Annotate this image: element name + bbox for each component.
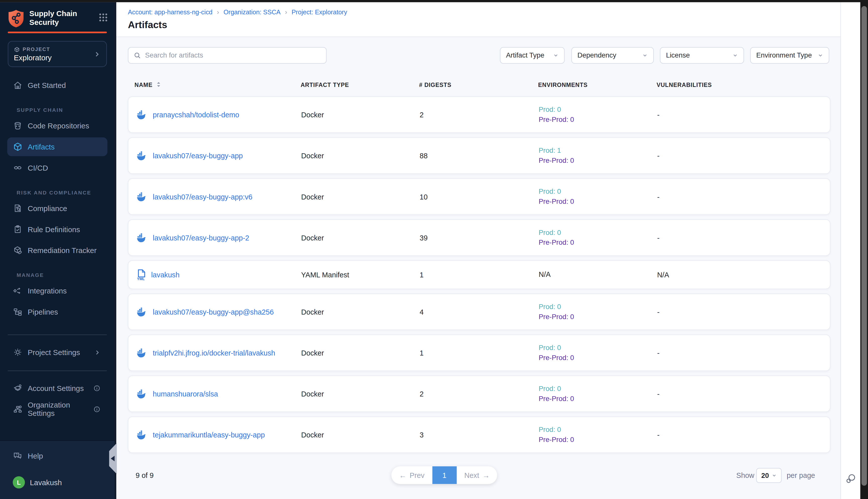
- search-input[interactable]: Search for artifacts: [128, 47, 326, 63]
- artifact-table: pranaycshah/todolist-demoDocker2Prod: 0P…: [128, 97, 830, 458]
- artifact-type-cell: Docker: [301, 431, 420, 439]
- environments-cell: Prod: 0Pre-Prod: 0: [539, 228, 657, 247]
- vulnerabilities-cell: -: [657, 349, 830, 357]
- chevron-down-icon: [818, 52, 823, 58]
- preprod-count-link[interactable]: Pre-Prod: 0: [539, 394, 657, 404]
- sidebar-item-compliance[interactable]: Compliance: [7, 199, 108, 218]
- artifact-name-link[interactable]: pranaycshah/todolist-demo: [153, 111, 239, 119]
- table-row[interactable]: lavakush07/easy-buggy-app-2Docker39Prod:…: [128, 219, 830, 256]
- org-gear-icon: [13, 404, 23, 414]
- column-header-name[interactable]: NAME: [128, 81, 301, 88]
- divider: [8, 370, 107, 371]
- artifact-name-link[interactable]: lavakush: [151, 271, 179, 279]
- table-row[interactable]: lavakush07/easy-buggy-appDocker88Prod: 1…: [128, 137, 830, 174]
- table-row[interactable]: humanshuarora/slsaDocker2Prod: 0Pre-Prod…: [128, 375, 830, 412]
- sidebar-item-artifacts[interactable]: Artifacts: [7, 137, 108, 156]
- preprod-count-link[interactable]: Pre-Prod: 0: [539, 156, 657, 166]
- table-row[interactable]: lavakush07/easy-buggy-app:v6Docker10Prod…: [128, 179, 830, 215]
- preprod-count-link[interactable]: Pre-Prod: 0: [539, 238, 657, 248]
- sidebar-item-integrations[interactable]: Integrations: [7, 281, 108, 300]
- artifact-type-cell: Docker: [301, 349, 420, 357]
- table-row[interactable]: YMLlavakushYAML Manifest1N/AN/A: [128, 260, 830, 289]
- preprod-count-link[interactable]: Pre-Prod: 0: [539, 353, 657, 363]
- breadcrumb-separator: ›: [285, 8, 287, 16]
- artifact-type-cell: Docker: [301, 307, 420, 316]
- sidebar-item-help[interactable]: ? Help: [7, 447, 108, 465]
- sidebar-section-label: RISK AND COMPLIANCE: [16, 190, 114, 195]
- user-menu[interactable]: L Lavakush: [7, 473, 108, 492]
- sort-icon[interactable]: [155, 81, 161, 88]
- preprod-count-link[interactable]: Pre-Prod: 0: [539, 435, 657, 445]
- sidebar-item-organization-settings[interactable]: Organization Settings: [7, 400, 108, 418]
- prev-page-button[interactable]: ← Prev: [391, 466, 432, 484]
- project-cube-icon: [14, 46, 20, 52]
- sidebar-item-rule-definitions[interactable]: Rule Definitions: [7, 220, 108, 239]
- table-row[interactable]: pranaycshah/todolist-demoDocker2Prod: 0P…: [128, 97, 830, 133]
- breadcrumb-account-link[interactable]: Account: app-harness-ng-cicd: [128, 9, 212, 15]
- artifact-type-cell: Docker: [301, 193, 420, 201]
- vulnerabilities-cell: -: [657, 431, 830, 439]
- prod-count-link[interactable]: Prod: 0: [539, 105, 657, 115]
- table-row[interactable]: trialpfv2hi.jfrog.io/docker-trial/lavaku…: [128, 334, 830, 371]
- next-page-button[interactable]: Next →: [457, 466, 498, 484]
- artifact-name-link[interactable]: lavakush07/easy-buggy-app@sha256: [153, 307, 274, 316]
- preprod-count-link[interactable]: Pre-Prod: 0: [539, 312, 657, 322]
- digest-count-cell: 39: [420, 233, 539, 242]
- table-row[interactable]: lavakush07/easy-buggy-app@sha256Docker4P…: [128, 293, 830, 330]
- prod-count-link[interactable]: Prod: 0: [539, 425, 657, 435]
- sidebar-item-label: Remediation Tracker: [28, 246, 97, 255]
- prod-count-link[interactable]: Prod: 0: [539, 187, 657, 197]
- artifact-name-link[interactable]: tejakummarikuntla/easy-buggy-app: [153, 431, 265, 439]
- artifact-name-link[interactable]: lavakush07/easy-buggy-app-2: [153, 233, 249, 242]
- vulnerabilities-cell: -: [657, 390, 830, 398]
- environments-cell: Prod: 0Pre-Prod: 0: [539, 187, 657, 207]
- sidebar-item-pipelines[interactable]: Pipelines: [7, 302, 108, 321]
- filter-environment-type[interactable]: Environment Type: [750, 47, 829, 63]
- page-1-button[interactable]: 1: [432, 466, 457, 484]
- module-grid-icon[interactable]: [98, 13, 108, 22]
- digest-count-cell: 2: [420, 390, 539, 398]
- sidebar-item-label: Project Settings: [28, 348, 80, 356]
- page-scrollbar[interactable]: [860, 0, 868, 499]
- prod-count-link[interactable]: Prod: 1: [539, 146, 657, 156]
- sidebar-item-label: Organization Settings: [28, 401, 88, 417]
- prod-count-link[interactable]: Prod: 0: [539, 343, 657, 353]
- project-selector[interactable]: PROJECT Exploratory: [8, 41, 107, 67]
- prod-count-link[interactable]: Prod: 0: [539, 228, 657, 238]
- sidebar-item-ci-cd[interactable]: CI/CD: [7, 158, 108, 177]
- sidebar-item-account-settings[interactable]: Account Settings: [7, 379, 108, 398]
- arrow-left-icon: ←: [399, 471, 406, 479]
- artifact-name-link[interactable]: lavakush07/easy-buggy-app: [153, 151, 243, 160]
- artifact-name-link[interactable]: trialpfv2hi.jfrog.io/docker-trial/lavaku…: [153, 349, 275, 357]
- scrollbar-thumb[interactable]: [861, 6, 867, 486]
- vulnerabilities-cell: -: [657, 111, 830, 119]
- artifact-name-link[interactable]: lavakush07/easy-buggy-app:v6: [153, 193, 252, 201]
- vulnerabilities-cell: -: [657, 193, 830, 201]
- prod-count-link[interactable]: Prod: 0: [539, 302, 657, 312]
- preprod-count-link[interactable]: Pre-Prod: 0: [539, 114, 657, 125]
- breadcrumb: Account: app-harness-ng-cicd › Organizat…: [128, 8, 840, 16]
- environments-cell: Prod: 0Pre-Prod: 0: [539, 425, 657, 445]
- filter-label: Environment Type: [756, 51, 812, 59]
- sidebar-item-label: Compliance: [28, 204, 67, 212]
- page-size-select[interactable]: 20: [756, 468, 782, 483]
- filter-artifact-type[interactable]: Artifact Type: [500, 47, 565, 63]
- clipboard-check-icon: [13, 224, 23, 234]
- sidebar-item-project-settings[interactable]: Project Settings: [7, 343, 108, 362]
- filter-license[interactable]: License: [660, 47, 744, 63]
- docker-icon: [137, 192, 148, 201]
- preprod-count-link[interactable]: Pre-Prod: 0: [539, 196, 657, 207]
- per-page-label: per page: [786, 471, 815, 480]
- breadcrumb-project-link[interactable]: Project: Exploratory: [292, 9, 347, 15]
- chevron-down-icon: [772, 473, 777, 478]
- filter-dependency[interactable]: Dependency: [571, 47, 654, 63]
- sidebar-item-get-started[interactable]: Get Started: [7, 76, 108, 95]
- help-chat-bubble-icon[interactable]: [845, 472, 857, 484]
- prod-count-link[interactable]: Prod: 0: [539, 384, 657, 394]
- artifact-name-link[interactable]: humanshuarora/slsa: [153, 390, 218, 398]
- chevron-right-icon: [94, 349, 101, 356]
- sidebar-item-remediation-tracker[interactable]: Remediation Tracker: [7, 241, 108, 260]
- table-row[interactable]: tejakummarikuntla/easy-buggy-appDocker3P…: [128, 417, 830, 453]
- sidebar-item-code-repositories[interactable]: Code Repositories: [7, 116, 108, 135]
- breadcrumb-organization-link[interactable]: Organization: SSCA: [224, 9, 281, 15]
